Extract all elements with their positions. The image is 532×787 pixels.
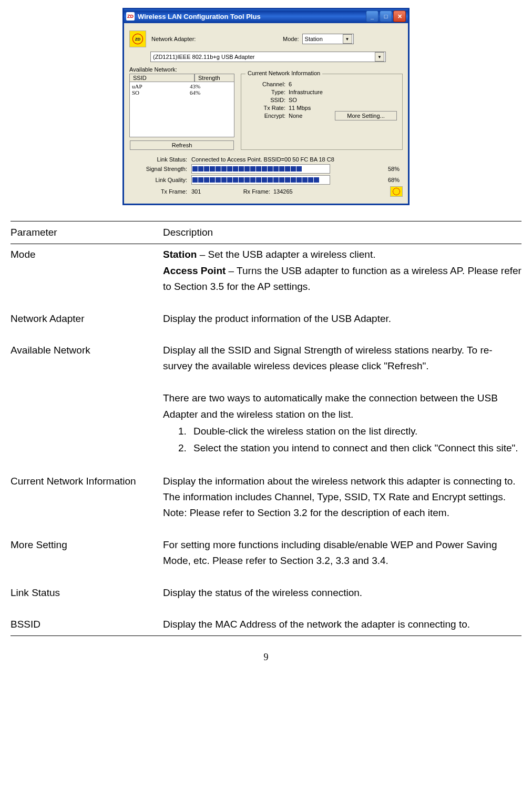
tx-frame-value: 301 [191, 188, 233, 195]
link-quality-pct: 68% [388, 177, 400, 183]
signal-strength-pct: 58% [388, 166, 400, 172]
maximize-button[interactable]: □ [380, 11, 392, 22]
zd-logo-icon: ZD [129, 31, 146, 47]
ssid-value: SO [289, 97, 297, 103]
column-strength[interactable]: Strength [195, 74, 234, 82]
titlebar[interactable]: ZD Wireless LAN Configuration Tool Plus … [124, 9, 408, 23]
header-description: Description [163, 221, 521, 244]
adapter-combo[interactable]: (ZD1211)IEEE 802.11b+g USB Adapter ▼ [150, 52, 386, 62]
adapter-combo-value: (ZD1211)IEEE 802.11b+g USB Adapter [153, 54, 255, 60]
parameter-table: Parameter Description Mode Station – Set… [11, 221, 521, 636]
list-item[interactable]: SO 64% [132, 89, 232, 96]
rx-frame-value: 134265 [273, 188, 293, 195]
groupbox-legend: Current Network Information [245, 70, 322, 76]
chevron-down-icon: ▼ [343, 34, 352, 44]
table-row: Network Adapter Display the product info… [11, 308, 521, 329]
list-item[interactable]: uAP 43% [132, 83, 232, 89]
header-parameter: Parameter [11, 221, 163, 244]
available-network-list[interactable]: SSID Strength uAP 43% SO 64% [129, 74, 234, 150]
current-network-info-group: Current Network Information Channel:6 Ty… [241, 74, 403, 150]
more-setting-button[interactable]: More Setting... [335, 111, 397, 120]
type-value: Infrastructure [289, 89, 323, 95]
window-title: Wireless LAN Configuration Tool Plus [138, 13, 366, 21]
refresh-button[interactable]: Refresh [130, 140, 234, 150]
config-tool-window: ZD Wireless LAN Configuration Tool Plus … [122, 8, 410, 205]
link-status-value: Connected to Access Point. BSSID=00 50 F… [191, 156, 334, 163]
signal-strength-bar [191, 164, 330, 174]
page-number: 9 [11, 652, 521, 663]
mode-combo[interactable]: Station ▼ [302, 34, 354, 44]
network-adapter-label: Network Adapter: [151, 36, 214, 42]
txrate-value: 11 Mbps [289, 105, 311, 111]
close-button[interactable]: ✕ [393, 11, 406, 22]
mode-label: Mode: [283, 36, 299, 42]
column-ssid[interactable]: SSID [129, 74, 195, 82]
link-quality-bar [191, 175, 330, 185]
chevron-down-icon: ▼ [375, 52, 384, 62]
zd-logo-icon [390, 186, 403, 197]
table-row: More Setting For setting more functions … [11, 534, 521, 572]
table-row: BSSID Display the MAC Address of the net… [11, 614, 521, 636]
channel-value: 6 [289, 81, 292, 87]
table-row: Available Network Display all the SSID a… [11, 340, 521, 460]
table-row: Current Network Information Display the … [11, 471, 521, 524]
table-row: Mode Station – Set the USB adapter a wir… [11, 244, 521, 298]
table-row: Link Status Display the status of the wi… [11, 582, 521, 603]
minimize-button[interactable]: _ [366, 11, 378, 22]
mode-combo-value: Station [305, 36, 323, 42]
app-icon: ZD [126, 12, 135, 21]
encrypt-value: None [289, 113, 302, 119]
